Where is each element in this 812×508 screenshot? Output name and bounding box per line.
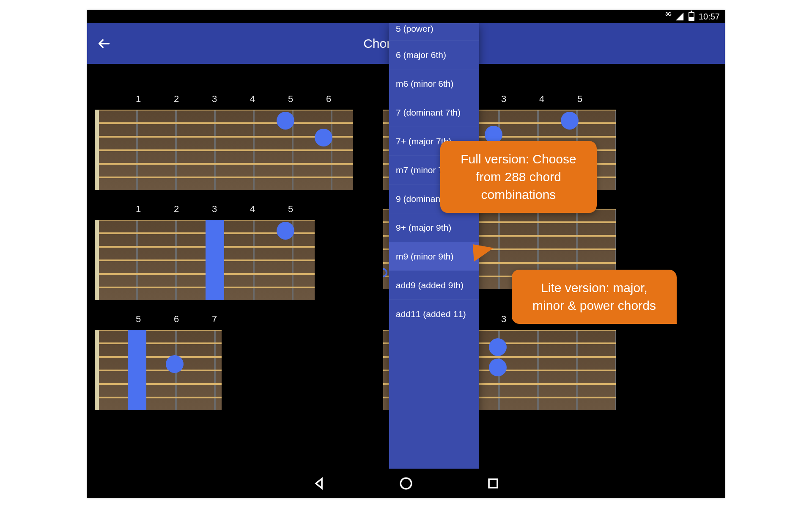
svg-point-0 <box>401 478 411 489</box>
signal-icon <box>675 12 684 21</box>
device-screenshot: 3G 10:57 Chord C 123456 <box>87 10 725 498</box>
dropdown-item[interactable]: add9 (added 9th) <box>389 271 479 299</box>
dropdown-item[interactable]: m9 (minor 9th) <box>389 242 479 271</box>
callout-lite-version: Lite version: major, minor & power chord… <box>512 270 677 324</box>
callout-tail <box>470 244 494 265</box>
android-status-bar: 3G 10:57 <box>87 10 725 23</box>
chord-diagram[interactable]: 123456 <box>95 94 353 190</box>
android-nav-bar <box>87 469 725 498</box>
chord-diagram[interactable]: 12345 <box>95 204 315 300</box>
fret-labels: 12345 <box>95 204 315 215</box>
svg-rect-1 <box>489 479 497 488</box>
dropdown-item[interactable]: add11 (added 11) <box>389 299 479 328</box>
callout-full-version: Full version: Choose from 288 chord comb… <box>440 141 597 213</box>
battery-icon <box>689 12 694 21</box>
fret-labels: 567 <box>95 314 233 325</box>
nav-home-button[interactable] <box>398 476 414 491</box>
dropdown-item[interactable]: m6 (minor 6th) <box>389 69 479 98</box>
nav-back-button[interactable] <box>311 476 326 491</box>
fret-labels: 123456 <box>95 94 353 105</box>
chord-diagram[interactable]: 567 <box>95 314 233 410</box>
dropdown-item[interactable]: 6 (major 6th) <box>389 40 479 69</box>
network-type: 3G <box>665 11 672 17</box>
chord-quality-dropdown[interactable]: 5 (power) 6 (major 6th) m6 (minor 6th) 7… <box>389 23 479 469</box>
clock: 10:57 <box>699 12 720 22</box>
back-button[interactable] <box>87 23 121 64</box>
nav-recent-button[interactable] <box>486 476 501 491</box>
dropdown-item[interactable]: 9+ (major 9th) <box>389 213 479 242</box>
dropdown-item[interactable]: 7 (dominant 7th) <box>389 98 479 127</box>
dropdown-item[interactable]: 5 (power) <box>389 23 479 40</box>
